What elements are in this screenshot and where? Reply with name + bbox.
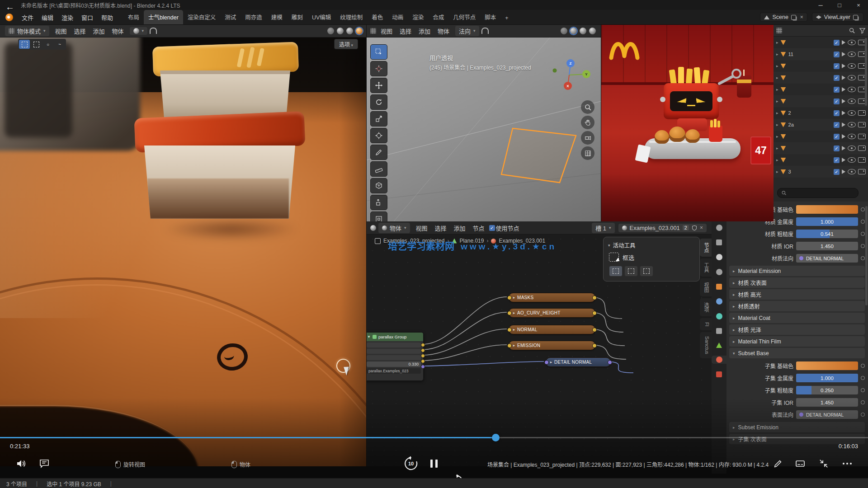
viewport-solid[interactable]: 视图选择添加物体 法向 用户透视 (245) 场景集合 | Examples_0… [366,24,601,221]
checkbox-icon[interactable]: ✓ [834,52,840,57]
volume-button[interactable] [16,458,27,469]
expand-icon[interactable]: ▸ [776,111,778,115]
group-node-header[interactable]: ▼ parallax Group [366,333,423,341]
expand-icon[interactable]: ▸ [776,87,778,92]
camera-visibility-icon[interactable] [858,145,866,151]
selectable-icon[interactable] [842,146,845,150]
topbar-menu-4[interactable]: 帮助 [97,12,117,23]
outliner-row[interactable]: ▸✓ [774,131,868,142]
panel-header-12[interactable]: ▾Subset Base [729,348,865,358]
camera-visibility-icon[interactable] [858,157,866,163]
workspace-tab-11[interactable]: 渲染 [408,10,428,24]
property-color-control[interactable] [796,205,858,214]
shader-node-editor[interactable]: 物体 视图选择添加节点 ✓ 使用节点 槽 1 Examples_023.001 … [366,221,712,466]
outliner-search-input[interactable] [777,188,859,198]
pan-hand-button[interactable] [581,116,594,129]
panel-header-6[interactable]: ▸材质 次表面 [729,277,865,288]
selectable-icon[interactable] [842,122,845,127]
checkbox-icon[interactable]: ✓ [834,40,840,46]
node-normal[interactable]: ▸NORMAL [509,325,595,334]
sidebar-tab-3[interactable]: 选项 [700,298,712,316]
keyframe-dot[interactable] [861,244,865,248]
panel-header-9[interactable]: ▸Material Coat [729,313,865,323]
blender-logo-icon[interactable] [5,14,13,21]
outliner-display-mode-icon[interactable] [776,28,782,33]
selectable-icon[interactable] [842,169,845,174]
menu-vpm-1[interactable]: 选择 [396,26,415,36]
workspace-tab-7[interactable]: UV编辑 [307,10,335,24]
checkbox-icon[interactable]: ✓ [834,169,840,175]
snap-icon[interactable] [150,28,157,34]
tab-constraints[interactable] [712,327,726,335]
topbar-menu-0[interactable]: 文件 [18,12,38,23]
selectable-icon[interactable] [842,75,845,80]
group-node-socket-row[interactable] [367,349,421,354]
snap-icon[interactable] [481,28,489,34]
checkbox-icon[interactable]: ✓ [834,134,840,140]
node-ao_curv_height[interactable]: ▸AO_CURV_HEIGHT [509,308,595,318]
tab-texture[interactable] [712,371,726,378]
fake-user-shield-icon[interactable] [692,225,697,231]
editor-type-icon[interactable] [370,28,376,34]
axis-z-label[interactable]: Z [570,61,572,66]
exit-fullscreen-button[interactable] [819,459,829,469]
tab-output[interactable] [712,239,726,246]
outliner-row[interactable]: ▸✓ [774,142,868,154]
checkbox-icon[interactable]: ✓ [834,145,840,151]
more-options-button[interactable] [843,463,852,465]
tab-material[interactable] [712,356,726,364]
keyframe-dot[interactable] [861,364,865,368]
eye-icon[interactable] [848,40,856,45]
active-tool-header[interactable]: ▾ 活动工具 [604,240,699,250]
new-viewlayer-icon[interactable] [853,15,858,20]
menu-vpl-1[interactable]: 选择 [71,26,90,36]
tweak-tool-button[interactable] [19,40,30,49]
axis-x-label[interactable]: X [566,84,569,88]
material-id-field[interactable]: Examples_023.001 2 × [618,224,707,232]
eye-icon[interactable] [848,87,856,92]
node-masks[interactable]: ▸MASKS [509,293,595,302]
menu-node-0[interactable]: 视图 [412,223,431,233]
select-subtract-button[interactable] [640,266,653,277]
shading-wireframe-icon[interactable] [327,28,334,34]
menu-vpl-3[interactable]: 物体 [108,26,127,36]
workspace-tab-2[interactable]: 渲染自定义 [183,10,221,24]
comments-button[interactable] [39,458,50,469]
group-node-socket-row[interactable] [367,355,421,360]
editor-type-icon[interactable] [370,225,376,231]
eye-icon[interactable] [848,145,856,151]
shader-type-dropdown[interactable]: 物体 [378,223,410,233]
eye-icon[interactable] [848,134,856,139]
topbar-menu-1[interactable]: 编辑 [38,12,57,23]
property-slider-control[interactable]: 1.000 [796,217,858,226]
camera-visibility-icon[interactable] [858,110,866,116]
tool-extrude-button[interactable] [370,195,387,210]
new-scene-icon[interactable] [791,15,796,20]
workspace-tab-4[interactable]: 雨亦造 [241,10,267,24]
workspace-tab-10[interactable]: 动画 [387,10,408,24]
property-value-control[interactable]: 1.450 [796,242,858,250]
tool-scale-button[interactable] [370,111,387,127]
workspace-tab-13[interactable]: 几何节点 [448,10,480,24]
tab-object-data[interactable] [712,342,726,349]
unlink-material-icon[interactable]: × [700,225,703,231]
mode-dropdown[interactable]: 物体模式 [5,26,49,36]
transform-orientation-left[interactable] [130,27,148,35]
tab-physics[interactable] [712,312,726,320]
workspace-tab-0[interactable]: 布局 [123,10,144,24]
tool-add-cube-button[interactable] [370,178,387,193]
toggle-grid-button[interactable] [581,146,594,160]
expand-icon[interactable]: ▸ [776,134,778,139]
property-slider-control[interactable]: 0.250 [796,386,858,394]
topbar-menu-2[interactable]: 渲染 [57,12,77,23]
lasso-select-button[interactable]: ~ [54,40,65,49]
search-icon[interactable] [849,27,855,34]
selectable-icon[interactable] [842,134,845,139]
shading-solid-icon[interactable] [570,28,577,34]
workspace-tab-14[interactable]: 脚本 [480,10,500,24]
camera-visibility-icon[interactable] [858,122,866,127]
box-select-button[interactable] [31,40,42,49]
checkbox-icon[interactable]: ✓ [834,122,840,128]
shading-material-icon[interactable] [346,28,353,34]
topbar-menu-3[interactable]: 窗口 [77,12,97,23]
